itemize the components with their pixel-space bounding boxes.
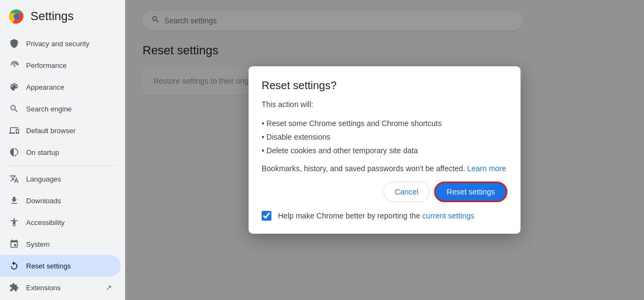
- sidebar-item-label: Downloads: [26, 197, 61, 205]
- learn-more-link[interactable]: Learn more: [467, 164, 506, 173]
- dialog-bullet-2: Disable extensions: [262, 130, 507, 144]
- sidebar-item-label: Default browser: [26, 127, 76, 135]
- sidebar-item-search-engine[interactable]: Search engine: [0, 98, 121, 120]
- dialog-action-label: This action will:: [262, 98, 507, 110]
- sidebar-item-system[interactable]: System: [0, 233, 121, 255]
- svg-point-2: [14, 14, 19, 19]
- sidebar-item-label: Languages: [26, 175, 61, 183]
- dialog-bullet-3: Delete cookies and other temporary site …: [262, 144, 507, 158]
- sidebar-item-languages[interactable]: Languages: [0, 168, 121, 190]
- sidebar-item-extensions[interactable]: Extensions ↗: [0, 277, 121, 298]
- sidebar-item-downloads[interactable]: Downloads: [0, 190, 121, 211]
- sidebar-item-appearance[interactable]: Appearance: [0, 76, 121, 98]
- search-engine-icon: [9, 103, 20, 114]
- sidebar-item-label: Search engine: [26, 105, 72, 113]
- on-startup-icon: [9, 147, 20, 158]
- default-browser-icon: [9, 125, 20, 136]
- sidebar: Settings Privacy and security Performanc…: [0, 0, 125, 300]
- downloads-icon: [9, 195, 20, 206]
- dialog-note: Bookmarks, history, and saved passwords …: [262, 164, 507, 173]
- system-icon: [9, 239, 20, 249]
- languages-icon: [9, 173, 20, 184]
- dialog-bullets-list: Reset some Chrome settings and Chrome sh…: [262, 117, 507, 158]
- sidebar-item-reset-settings[interactable]: Reset settings: [0, 255, 121, 277]
- checkbox-label[interactable]: Help make Chrome better by reporting the…: [278, 211, 474, 220]
- reset-settings-dialog: Reset settings? This action will: Reset …: [249, 66, 521, 234]
- dialog-bullet-1: Reset some Chrome settings and Chrome sh…: [262, 117, 507, 130]
- chrome-logo-icon: [9, 9, 24, 24]
- sidebar-item-label: Accessibility: [26, 218, 65, 227]
- sidebar-item-performance[interactable]: Performance: [0, 54, 121, 76]
- sidebar-divider: [9, 165, 116, 166]
- sidebar-item-label: Performance: [26, 61, 66, 70]
- sidebar-item-accessibility[interactable]: Accessibility: [0, 211, 121, 233]
- main-content: Reset settings Restore settings to their…: [125, 0, 644, 300]
- performance-icon: [9, 60, 20, 71]
- shield-icon: [9, 38, 20, 49]
- accessibility-icon: [9, 217, 20, 228]
- dialog-checkbox-row: Help make Chrome better by reporting the…: [262, 211, 507, 221]
- current-settings-link[interactable]: current settings: [422, 211, 474, 220]
- sidebar-navigation: Privacy and security Performance Appeara…: [0, 33, 125, 298]
- modal-overlay: Reset settings? This action will: Reset …: [125, 0, 644, 300]
- dialog-actions: Cancel Reset settings: [262, 182, 507, 202]
- appearance-icon: [9, 82, 20, 92]
- help-chrome-checkbox[interactable]: [262, 211, 271, 221]
- sidebar-item-label: Privacy and security: [26, 40, 89, 48]
- reset-settings-button[interactable]: Reset settings: [434, 182, 507, 202]
- sidebar-item-label: On startup: [26, 148, 59, 157]
- app-title: Settings: [30, 9, 74, 23]
- sidebar-header: Settings: [0, 4, 125, 33]
- dialog-title: Reset settings?: [262, 79, 507, 92]
- sidebar-item-label: Reset settings: [26, 262, 71, 270]
- sidebar-item-on-startup[interactable]: On startup: [0, 141, 121, 163]
- sidebar-item-label: System: [26, 240, 49, 248]
- external-link-icon: ↗: [106, 283, 112, 292]
- cancel-button[interactable]: Cancel: [383, 182, 430, 202]
- extension-icon: [9, 282, 20, 293]
- reset-icon: [9, 260, 20, 271]
- sidebar-item-label: Extensions: [26, 284, 61, 292]
- sidebar-item-label: Appearance: [26, 83, 64, 91]
- sidebar-item-privacy[interactable]: Privacy and security: [0, 33, 121, 54]
- sidebar-item-default-browser[interactable]: Default browser: [0, 120, 121, 141]
